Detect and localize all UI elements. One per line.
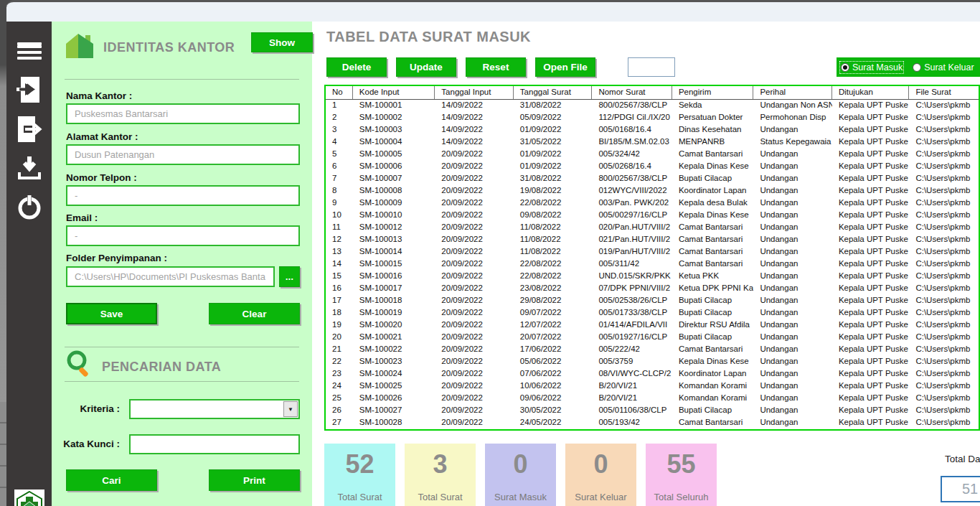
table-cell: Kepala UPT Puske <box>832 319 910 332</box>
column-header[interactable]: No <box>326 86 353 99</box>
download-icon[interactable] <box>6 156 52 181</box>
radio-icon[interactable] <box>913 63 921 72</box>
table-row[interactable]: 13SM-10001420/09/202211/08/2022019/Pan/H… <box>326 246 979 258</box>
table-cell: C:\Users\pkmb <box>909 136 979 149</box>
folder-penyimpanan-input[interactable]: C:\Users\HP\Documents\PI Puskesmas Banta <box>66 266 275 287</box>
table-cell: C:\Users\pkmb <box>909 344 979 356</box>
table-row[interactable]: 21SM-10002220/09/202217/06/2022005/222/4… <box>326 344 979 356</box>
open-file-button[interactable]: Open File <box>535 57 595 77</box>
sign-in-icon[interactable] <box>6 75 52 104</box>
save-button[interactable]: Save <box>66 303 157 324</box>
kriteria-dropdown[interactable]: ▼ <box>129 399 300 419</box>
table-row[interactable]: 25SM-10002620/09/202209/06/2022B/20/VI/2… <box>326 393 979 405</box>
chevron-down-icon[interactable]: ▼ <box>283 401 298 417</box>
table-row[interactable]: 19SM-10002020/09/202212/07/202201/414/AF… <box>326 319 979 332</box>
table-cell: B/20/VI/21 <box>592 393 672 405</box>
table-cell: 20/09/2022 <box>435 271 514 283</box>
table-row[interactable]: 14SM-10001520/09/202222/08/2022005/311/4… <box>326 258 979 271</box>
browse-button[interactable]: ... <box>279 266 300 287</box>
table-row[interactable]: 11SM-10001220/09/202211/08/2022020/Pan.H… <box>326 222 979 234</box>
table-cell: Kepala UPT Puske <box>832 173 910 185</box>
table-row[interactable]: 23SM-10002420/09/202207/06/202208/VI/WYC… <box>326 368 979 380</box>
table-cell: C:\Users\pkmb <box>909 161 979 173</box>
table-row[interactable]: 8SM-10000820/09/202219/08/2022012WYC/VII… <box>326 185 979 197</box>
table-cell: C:\Users\pkmb <box>909 258 979 271</box>
table-cell: 8 <box>326 185 353 197</box>
table-row[interactable]: 1SM-10000114/09/202231/08/2022800/02567/… <box>326 100 979 112</box>
table-row[interactable]: 12SM-10001320/09/202211/08/2022021/Pan.H… <box>326 234 979 246</box>
alamat-kantor-input[interactable]: Dusun Patenangan <box>66 144 300 165</box>
table-cell: 05/09/2022 <box>514 112 593 124</box>
table-row[interactable]: 26SM-10002720/09/202230/05/2022005/01106… <box>326 405 979 417</box>
table-cell: Bupati Cilacap <box>672 307 754 319</box>
update-button[interactable]: Update <box>396 57 456 77</box>
table-cell: 12 <box>326 234 353 246</box>
table-row[interactable]: 9SM-10000920/09/202222/08/2022003/Pan. P… <box>326 197 979 210</box>
table-row[interactable]: 16SM-10001720/09/202223/08/202207/DPK PP… <box>326 283 979 295</box>
email-label: Email : <box>66 212 98 223</box>
column-header[interactable]: Pengirim <box>672 86 754 99</box>
table-row[interactable]: 2SM-10000214/09/202205/09/2022112/PDGI C… <box>326 112 979 124</box>
nomor-telpon-label: Nomor Telpon : <box>66 172 137 183</box>
print-button[interactable]: Print <box>209 469 300 491</box>
total-data-label: Total Dat <box>945 454 980 464</box>
window-edge-scrollbar[interactable] <box>0 0 6 506</box>
table-row[interactable]: 5SM-10000520/09/202201/09/2022005/324/42… <box>326 149 979 161</box>
nama-kantor-input[interactable]: Puskesmas Bantarsari <box>66 103 300 124</box>
filter-input[interactable] <box>628 57 675 77</box>
column-header[interactable]: Perihal <box>753 86 832 99</box>
delete-button[interactable]: Delete <box>326 57 387 77</box>
column-header[interactable]: Tanggal Surat <box>514 86 593 99</box>
radio-label: Surat Masuk <box>852 62 903 72</box>
column-header[interactable]: File Surat <box>909 86 979 99</box>
clear-button[interactable]: Clear <box>209 303 300 324</box>
table-cell: Bupati Cilacap <box>672 295 754 307</box>
table-cell: Undangan <box>753 185 832 197</box>
table-cell: Komandan Korami <box>672 380 754 393</box>
table-row[interactable]: 4SM-10000414/09/202231/05/2022BI/185/M.S… <box>326 136 979 149</box>
table-cell: 14/09/2022 <box>435 100 514 112</box>
table-row[interactable]: 17SM-10001820/09/202229/08/2022005/02538… <box>326 295 979 307</box>
table-cell: 12/07/2022 <box>514 319 593 332</box>
cari-button[interactable]: Cari <box>66 469 157 491</box>
table-cell: 20/09/2022 <box>435 332 514 344</box>
table-row[interactable]: 22SM-10002320/09/202205/06/2022005/3759K… <box>326 356 979 368</box>
table-row[interactable]: 20SM-10002120/09/202220/07/2022005/01927… <box>326 332 979 344</box>
stat-label: Surat KeluarTahun Ini <box>565 491 636 506</box>
radio-icon[interactable] <box>841 63 849 72</box>
table-row[interactable]: 3SM-10000314/09/202201/09/2022005/0168/1… <box>326 124 979 136</box>
table-cell: MENPANRB <box>672 136 754 149</box>
table-row[interactable]: 6SM-10000620/09/202201/09/2022005/0268/1… <box>326 161 979 173</box>
power-icon[interactable] <box>6 192 52 221</box>
column-header[interactable]: Nomor Surat <box>592 86 672 99</box>
table-row[interactable]: 24SM-10002520/09/202210/06/2022B/20/VI/2… <box>326 380 979 393</box>
kata-kunci-input[interactable] <box>129 434 300 454</box>
table-row[interactable]: 27SM-10002820/09/202224/05/2022005/193/4… <box>326 417 979 429</box>
show-button[interactable]: Show <box>251 32 313 52</box>
table-cell: 20/09/2022 <box>435 185 514 197</box>
table-row[interactable]: 7SM-10000720/09/202231/08/2022800/02567/… <box>326 173 979 185</box>
table-row[interactable]: 10SM-10001020/09/202209/08/2022005/00297… <box>326 210 979 222</box>
email-input[interactable]: - <box>66 225 300 246</box>
column-header[interactable]: Ditujukan <box>832 86 910 99</box>
nomor-telpon-input[interactable]: - <box>66 185 300 206</box>
table-row[interactable]: 18SM-10001920/09/202209/07/2022005/01733… <box>326 307 979 319</box>
menu-icon[interactable] <box>6 39 52 48</box>
table-cell: 22 <box>326 356 353 368</box>
table-cell: 20/09/2022 <box>435 295 514 307</box>
table-cell: 20/07/2022 <box>514 332 593 344</box>
column-header[interactable]: Kode Input <box>353 86 435 99</box>
reset-button[interactable]: Reset <box>466 57 526 77</box>
table-cell: 11/08/2022 <box>514 234 593 246</box>
column-header[interactable]: Tanggal Input <box>435 86 514 99</box>
radio-surat-keluar[interactable]: Surat Keluar <box>913 62 974 72</box>
radio-surat-masuk[interactable]: Surat Masuk <box>841 62 903 72</box>
stat-value: 0 <box>485 449 556 479</box>
table-cell: Kepala UPT Puske <box>832 271 910 283</box>
table-cell: 005/00297/16/CLP <box>592 210 672 222</box>
table-cell: 01/09/2022 <box>514 124 593 136</box>
app-window: IDENTITAS KANTOR Show Nama Kantor : Pusk… <box>0 0 980 506</box>
table-cell: 005/193/42 <box>592 417 672 429</box>
table-row[interactable]: 15SM-10001620/09/202222/08/2022UND.015/S… <box>326 271 979 283</box>
sign-out-icon[interactable] <box>6 115 52 144</box>
